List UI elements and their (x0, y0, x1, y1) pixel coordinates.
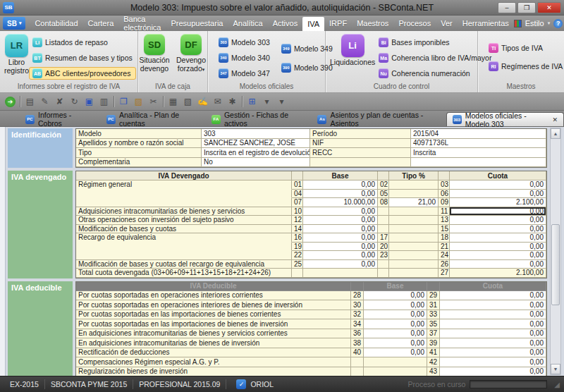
base-value-field[interactable]: 0,00 (303, 243, 378, 252)
cuota-value-field[interactable]: 2.100,00 (450, 198, 546, 207)
base-value-field[interactable] (303, 269, 378, 278)
liquidaciones-button[interactable]: Li Liquidaciones (330, 34, 375, 82)
base-value-field[interactable]: 0,00 (303, 251, 378, 260)
cuota-value-field[interactable]: 0,00 (440, 367, 546, 376)
scrollbar-track[interactable] (551, 139, 560, 364)
tipo-value-field[interactable] (389, 269, 439, 278)
menu-item[interactable]: Analítica (228, 16, 267, 31)
base-value-field[interactable]: 0,00 (303, 207, 378, 216)
document-tab[interactable]: PC Informes - Cobros (20, 112, 91, 126)
cut-icon[interactable]: ✂ (147, 95, 160, 109)
export-icon[interactable]: ✍ (196, 95, 209, 109)
tools-icon[interactable]: ✱ (226, 95, 239, 109)
help-icon[interactable]: ? (553, 19, 563, 28)
menu-item[interactable]: Activos (268, 16, 302, 31)
base-value-field[interactable] (364, 367, 427, 376)
cuota-value-field[interactable]: 0,00 (440, 310, 546, 320)
ribbon-item[interactable]: TI Tipos de IVA (485, 42, 564, 54)
edit-icon[interactable]: ✎ (38, 95, 51, 109)
cuota-value-field[interactable]: 0,00 (450, 260, 546, 269)
menu-item[interactable]: Contabilidad (30, 16, 82, 31)
paste-icon[interactable]: ▨ (132, 95, 145, 109)
libro-registro-button[interactable]: LR Libroregistro (4, 34, 29, 82)
style-palette-icon[interactable] (514, 20, 522, 27)
ribbon-item[interactable]: RI Regímenes de IVA (485, 60, 564, 73)
close-button[interactable]: ✕ (537, 2, 561, 13)
menu-item[interactable]: IRPF (324, 16, 352, 31)
base-value-field[interactable]: 10.000,00 (303, 198, 378, 207)
minimize-button[interactable]: – (498, 2, 516, 13)
menu-item[interactable]: Cartera (83, 16, 119, 31)
undo-icon[interactable]: ↻ (68, 95, 81, 109)
document-icon[interactable]: ▥ (97, 95, 111, 109)
tipo-value-field[interactable]: 21,00 (389, 198, 439, 207)
tipo-value-field[interactable] (389, 216, 439, 225)
cuota-value-field[interactable]: 0,00 (450, 251, 546, 260)
base-value-field[interactable]: 0,00 (364, 300, 427, 310)
cuota-value-field[interactable]: 0,00 (440, 291, 546, 301)
menu-item[interactable]: Banca electrónica (118, 16, 166, 31)
vertical-scrollbar[interactable]: ▲ ▼ (550, 128, 561, 375)
base-value-field[interactable]: 0,00 (303, 225, 378, 234)
field-value[interactable]: SANCHEZ SANCHEZ, JOSÉ (202, 139, 310, 149)
cuota-value-field[interactable]: 0,00 (440, 348, 546, 358)
menu-item[interactable]: Herramientas (458, 16, 514, 31)
ribbon-item[interactable]: AB ABC clientes/proveedores (29, 67, 136, 80)
cuota-value-field[interactable]: 0,00 (440, 300, 546, 310)
resize-grip[interactable]: ◢ (551, 381, 560, 388)
layout-icon[interactable]: ⊞ (245, 95, 259, 109)
print-icon[interactable]: ▦ (166, 95, 180, 109)
cuota-value-field[interactable]: 0,00 (450, 225, 546, 234)
tipo-value-field[interactable] (389, 207, 439, 216)
cuota-value-field[interactable]: 0,00 (450, 190, 546, 199)
base-value-field[interactable]: 0,00 (364, 291, 427, 301)
open-folder-icon[interactable]: ▤ (23, 95, 37, 109)
cuota-value-field[interactable]: 2.100,00 (450, 269, 546, 278)
navigate-icon[interactable]: ➔ (4, 95, 17, 109)
save-icon[interactable]: ▣ (82, 95, 96, 109)
scrollbar-thumb[interactable] (551, 224, 560, 305)
document-tab[interactable]: As Asientos y plan de cuentas - Asientos (312, 112, 436, 126)
cuota-value-field[interactable]: 0,00 (450, 233, 546, 243)
cuota-value-field[interactable]: 0,00 (450, 207, 546, 216)
toolbar-options-icon[interactable]: ▾ (275, 95, 288, 109)
ribbon-item[interactable]: Li Listados de repaso (29, 36, 136, 49)
cuota-value-field[interactable]: 0,00 (450, 180, 546, 190)
ribbon-item[interactable]: Bi Bases imponibles (375, 36, 495, 49)
base-value-field[interactable]: 0,00 (303, 233, 378, 243)
ribbon-item[interactable]: 303 Modelo 303 (215, 36, 274, 49)
maximize-button[interactable]: ❒ (517, 2, 536, 13)
base-value-field[interactable]: 0,00 (303, 180, 378, 190)
base-value-field[interactable]: 0,00 (364, 329, 427, 339)
mail-icon[interactable]: ✉ (211, 95, 224, 109)
field-value[interactable] (411, 158, 546, 168)
tipo-value-field[interactable] (389, 225, 439, 234)
field-value[interactable]: Inscrita (411, 148, 546, 158)
ribbon-item[interactable]: Nu Coherencia numeración (375, 67, 495, 80)
ribbon-item[interactable]: 340 Modelo 340 (215, 51, 274, 64)
menu-item[interactable]: Maestros (352, 16, 393, 31)
scroll-down-icon[interactable]: ▼ (551, 364, 560, 374)
base-value-field[interactable]: 0,00 (303, 260, 378, 269)
ribbon-big-button[interactable]: SD Situacióndevengo (139, 34, 170, 82)
base-value-field[interactable]: 0,00 (364, 338, 427, 348)
tipo-value-field[interactable] (389, 233, 439, 243)
menu-item[interactable]: IVA (302, 17, 324, 31)
field-value[interactable]: Inscrita en el registro de devolución (202, 148, 310, 158)
tipo-value-field[interactable] (389, 243, 439, 252)
layout-caret-icon[interactable]: ▾ (260, 95, 274, 109)
cuota-value-field[interactable]: 0,00 (450, 216, 546, 225)
ribbon-item[interactable]: Ma Coherencia libro de IVA/mayor (375, 51, 495, 64)
delete-icon[interactable]: ✘ (53, 95, 66, 109)
tipo-value-field[interactable] (389, 190, 439, 199)
menu-item[interactable]: Presupuestaria (166, 16, 228, 31)
print-preview-icon[interactable]: ▧ (181, 95, 195, 109)
ribbon-item[interactable]: 347 Modelo 347 (215, 67, 274, 80)
base-value-field[interactable]: 0,00 (303, 190, 378, 199)
cuota-value-field[interactable]: 0,00 (440, 357, 546, 367)
document-tab[interactable]: 303 Modelos oficiales - Modelo 303 ✕ (446, 112, 564, 126)
cuota-value-field[interactable]: 0,00 (440, 329, 546, 339)
copy-icon[interactable]: ❐ (117, 95, 130, 109)
app-menu-button[interactable]: SB ▾ (3, 17, 25, 30)
tipo-value-field[interactable] (389, 251, 439, 260)
